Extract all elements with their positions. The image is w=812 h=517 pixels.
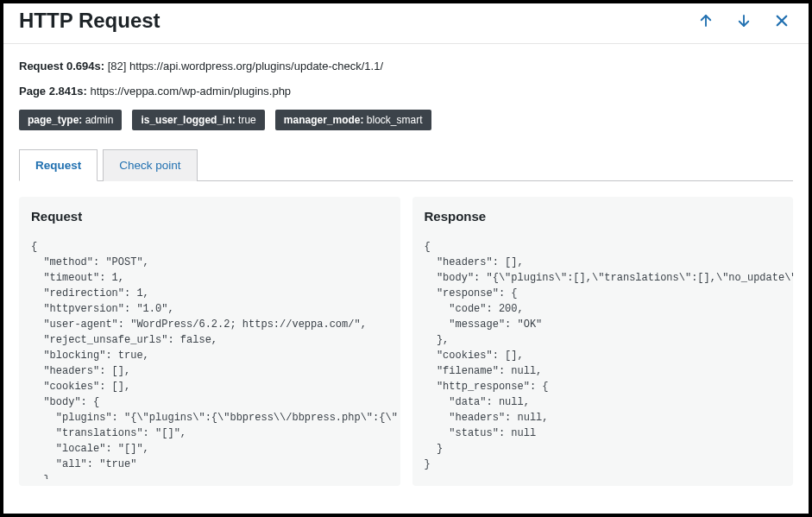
modal-body[interactable]: Request 0.694s: [82] https://api.wordpre… bbox=[3, 44, 809, 514]
tag-manager-mode: manager_mode: block_smart bbox=[275, 110, 431, 130]
request-time-label: Request 0.694s: bbox=[19, 60, 104, 73]
response-panel-title: Response bbox=[425, 209, 794, 224]
page-time-label: Page 2.841s: bbox=[19, 85, 87, 98]
page-info-line: Page 2.841s: https://veppa.com/wp-admin/… bbox=[19, 85, 793, 98]
next-button[interactable] bbox=[733, 9, 755, 32]
panels: Request { "method": "POST", "timeout": 1… bbox=[19, 197, 793, 486]
tag-logged-in: is_user_logged_in: true bbox=[132, 110, 264, 130]
page-url: https://veppa.com/wp-admin/plugins.php bbox=[90, 85, 291, 98]
tags-row: page_type: admin is_user_logged_in: true… bbox=[19, 110, 793, 130]
prev-button[interactable] bbox=[695, 9, 717, 32]
request-panel: Request { "method": "POST", "timeout": 1… bbox=[19, 197, 400, 486]
modal: HTTP Request Request 0.694s: [82] https:… bbox=[3, 3, 809, 514]
modal-actions bbox=[695, 9, 793, 32]
request-code[interactable]: { "method": "POST", "timeout": 1, "redir… bbox=[31, 239, 400, 479]
tab-request[interactable]: Request bbox=[19, 149, 98, 181]
tabs: Request Check point bbox=[19, 149, 793, 181]
close-icon bbox=[774, 13, 790, 28]
arrow-up-icon bbox=[698, 13, 714, 28]
response-panel: Response { "headers": [], "body": "{\"pl… bbox=[412, 197, 794, 486]
tab-checkpoint[interactable]: Check point bbox=[103, 149, 197, 181]
request-panel-title: Request bbox=[31, 209, 400, 224]
modal-title: HTTP Request bbox=[19, 9, 161, 33]
arrow-down-icon bbox=[736, 13, 752, 28]
request-info-line: Request 0.694s: [82] https://api.wordpre… bbox=[19, 60, 793, 73]
modal-header: HTTP Request bbox=[3, 3, 809, 44]
response-code[interactable]: { "headers": [], "body": "{\"plugins\":[… bbox=[425, 239, 794, 479]
tag-page-type: page_type: admin bbox=[19, 110, 122, 130]
request-url: https://api.wordpress.org/plugins/update… bbox=[129, 60, 383, 73]
request-id: [82] bbox=[108, 60, 127, 73]
close-button[interactable] bbox=[771, 9, 793, 32]
